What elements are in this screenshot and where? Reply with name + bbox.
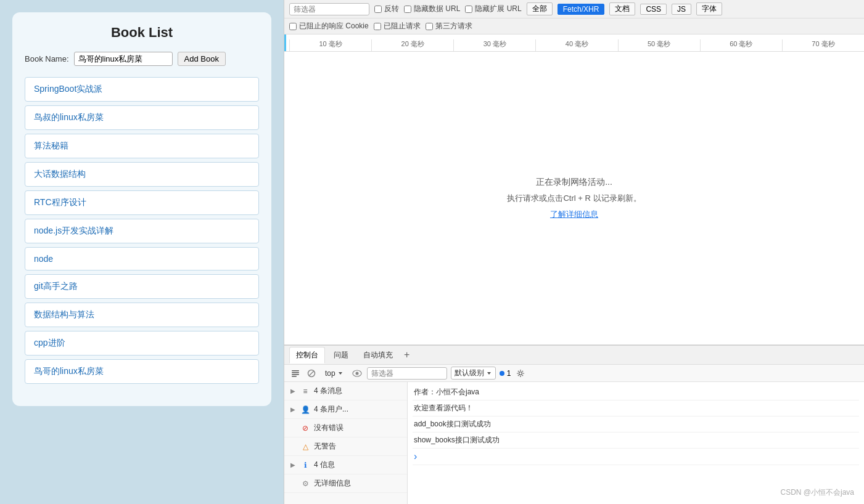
book-link[interactable]: 大话数据结构 xyxy=(34,169,86,179)
blocked-cookie-checkbox[interactable] xyxy=(289,23,297,30)
eye-icon-button[interactable] xyxy=(351,367,363,380)
info-icon: ℹ xyxy=(300,460,310,470)
hide-data-url-label: 隐藏数据 URL xyxy=(414,4,460,14)
tab-add-button[interactable]: + xyxy=(401,349,412,360)
checkbox-blocked-cookie: 已阻止的响应 Cookie xyxy=(289,21,369,31)
console-sidebar-item[interactable]: ▶👤4 条用户... xyxy=(284,400,407,419)
blocked-request-checkbox[interactable] xyxy=(374,23,381,30)
network-area: 反转 隐藏数据 URL 隐藏扩展 URL 全部 Fetch/XHR 文档 CSS… xyxy=(284,0,864,345)
console-settings-button[interactable] xyxy=(514,367,527,380)
tab-autofill[interactable]: 自动填充 xyxy=(357,348,399,363)
book-link[interactable]: 鸟叔的linux私房菜 xyxy=(34,112,104,122)
type-css-button[interactable]: CSS xyxy=(640,4,667,15)
book-link[interactable]: cpp进阶 xyxy=(34,338,65,348)
expand-arrow: ▶ xyxy=(290,406,297,413)
svg-point-8 xyxy=(355,372,358,375)
console-sidebar-item[interactable]: ⚙无详细信息 xyxy=(284,474,407,493)
console-toolbar: top 默认级别 1 xyxy=(284,365,864,382)
third-party-label: 第三方请求 xyxy=(435,21,472,31)
book-item[interactable]: RTC程序设计 xyxy=(25,190,259,215)
book-item[interactable]: 鸟哥的linux私房菜 xyxy=(25,359,259,384)
sidebar-item-label: 没有错误 xyxy=(314,423,344,433)
timeline-tick: 30 毫秒 xyxy=(453,39,535,51)
sidebar-item-label: 无详细信息 xyxy=(314,478,351,489)
console-line: add_book接口测试成功 xyxy=(413,417,859,433)
svg-point-10 xyxy=(519,372,522,375)
timeline-ticks: 10 毫秒20 毫秒30 毫秒40 毫秒50 毫秒60 毫秒70 毫秒 xyxy=(284,35,864,51)
console-tabs: 控制台 问题 自动填充 + xyxy=(284,345,864,365)
book-item[interactable]: node.js开发实战详解 xyxy=(25,219,259,243)
type-all-button[interactable]: 全部 xyxy=(527,2,553,15)
timeline-tick: 40 毫秒 xyxy=(535,39,617,51)
type-doc-button[interactable]: 文档 xyxy=(609,2,635,15)
book-item[interactable]: 算法秘籍 xyxy=(25,134,259,158)
network-filter-input[interactable] xyxy=(289,3,369,15)
book-item[interactable]: git高手之路 xyxy=(25,274,259,299)
svg-rect-1 xyxy=(292,372,299,373)
sidebar-item-label: 4 条用户... xyxy=(314,404,348,415)
book-item[interactable]: 大话数据结构 xyxy=(25,162,259,187)
context-label: top xyxy=(325,369,335,378)
console-sidebar-item[interactable]: ▶ℹ4 信息 xyxy=(284,456,407,474)
svg-rect-3 xyxy=(292,376,297,377)
checkbox-hide-data-url: 隐藏数据 URL xyxy=(404,4,460,14)
book-item[interactable]: 鸟叔的linux私房菜 xyxy=(25,105,259,130)
book-link[interactable]: node.js开发实战详解 xyxy=(34,226,113,235)
type-js-button[interactable]: JS xyxy=(672,4,691,15)
add-book-row: Book Name: Add Book xyxy=(25,52,259,66)
user-icon: 👤 xyxy=(300,405,310,415)
book-list-container: Book List Book Name: Add Book SpringBoot… xyxy=(12,12,271,406)
network-toolbar-row2: 已阻止的响应 Cookie 已阻止请求 第三方请求 xyxy=(284,18,864,35)
recording-text: 正在录制网络活动... xyxy=(536,177,612,188)
clear-console-button[interactable] xyxy=(289,367,302,380)
book-link[interactable]: SpringBoot实战派 xyxy=(34,84,102,94)
type-font-button[interactable]: 字体 xyxy=(696,2,722,15)
network-toolbar: 反转 隐藏数据 URL 隐藏扩展 URL 全部 Fetch/XHR 文档 CSS… xyxy=(284,0,864,18)
expand-arrow: ▶ xyxy=(290,388,297,394)
book-link[interactable]: RTC程序设计 xyxy=(34,197,86,207)
blocked-request-label: 已阻止请求 xyxy=(384,21,421,31)
book-item[interactable]: SpringBoot实战派 xyxy=(25,77,259,102)
type-fetch-xhr-button[interactable]: Fetch/XHR xyxy=(557,4,605,15)
tab-issues[interactable]: 问题 xyxy=(327,348,355,363)
timeline-header: 10 毫秒20 毫秒30 毫秒40 毫秒50 毫秒60 毫秒70 毫秒 xyxy=(284,35,864,52)
hide-ext-url-checkbox[interactable] xyxy=(465,6,472,13)
console-arrow-line[interactable]: › xyxy=(413,449,859,465)
network-content: 正在录制网络活动... 执行请求或点击Ctrl + R 以记录刷新。 了解详细信… xyxy=(284,52,864,345)
console-sidebar-item[interactable]: ⊘没有错误 xyxy=(284,419,407,437)
tab-console[interactable]: 控制台 xyxy=(289,347,325,364)
block-icon-button[interactable] xyxy=(305,367,318,380)
book-link[interactable]: 数据结构与算法 xyxy=(34,309,94,319)
context-selector[interactable]: top xyxy=(321,367,347,380)
console-sidebar-item[interactable]: △无警告 xyxy=(284,437,407,456)
sidebar-item-label: 4 信息 xyxy=(314,460,335,470)
book-link[interactable]: node xyxy=(34,254,53,264)
book-item[interactable]: 数据结构与算法 xyxy=(25,303,259,327)
issues-count: 1 xyxy=(507,369,511,378)
book-item[interactable]: node xyxy=(25,247,259,270)
console-sidebar: ▶≡4 条消息▶👤4 条用户...⊘没有错误△无警告▶ℹ4 信息⚙无详细信息 xyxy=(284,382,408,504)
third-party-checkbox[interactable] xyxy=(426,23,433,30)
book-link[interactable]: 鸟哥的linux私房菜 xyxy=(34,366,104,376)
book-link[interactable]: git高手之路 xyxy=(34,281,78,291)
book-link[interactable]: 算法秘籍 xyxy=(34,140,68,150)
console-filter-input[interactable] xyxy=(367,367,447,380)
issues-badge: 1 xyxy=(500,369,511,378)
checkbox-third-party: 第三方请求 xyxy=(426,21,472,31)
expand-arrow: ▶ xyxy=(290,461,297,468)
console-line: 作者：小恒不会java xyxy=(413,384,859,400)
timeline-tick: 60 毫秒 xyxy=(700,39,782,51)
svg-marker-9 xyxy=(487,372,491,375)
book-name-input[interactable] xyxy=(74,52,173,66)
book-item[interactable]: cpp进阶 xyxy=(25,331,259,356)
log-level-selector[interactable]: 默认级别 xyxy=(451,367,496,380)
learn-more-link[interactable]: 了解详细信息 xyxy=(550,209,598,220)
right-panel: 反转 隐藏数据 URL 隐藏扩展 URL 全部 Fetch/XHR 文档 CSS… xyxy=(284,0,864,504)
console-sidebar-item[interactable]: ▶≡4 条消息 xyxy=(284,382,407,400)
error-icon: ⊘ xyxy=(300,423,310,433)
book-list-items: SpringBoot实战派鸟叔的linux私房菜算法秘籍大话数据结构RTC程序设… xyxy=(25,77,259,388)
svg-rect-0 xyxy=(292,370,299,372)
add-book-button[interactable]: Add Book xyxy=(178,52,226,66)
hide-data-url-checkbox[interactable] xyxy=(404,6,411,13)
invert-checkbox[interactable] xyxy=(374,6,382,13)
